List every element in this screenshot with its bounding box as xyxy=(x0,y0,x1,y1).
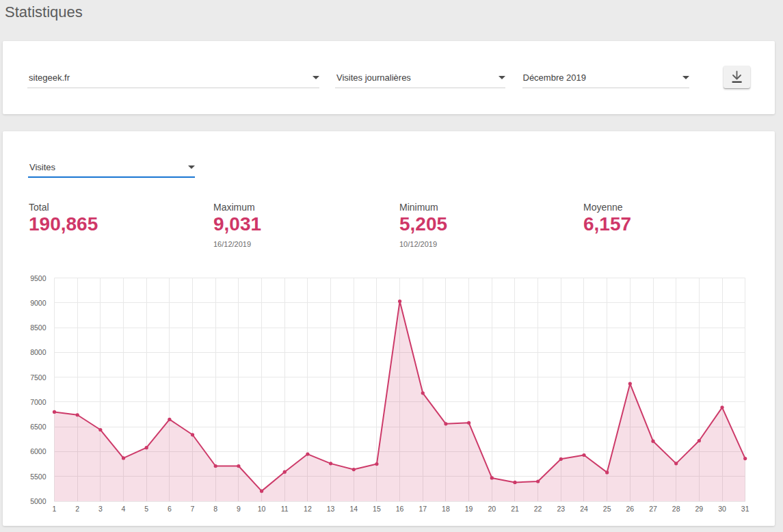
svg-text:6: 6 xyxy=(168,505,172,513)
svg-text:24: 24 xyxy=(580,505,588,513)
svg-text:8500: 8500 xyxy=(30,323,47,332)
svg-text:18: 18 xyxy=(442,505,450,513)
svg-text:12: 12 xyxy=(304,505,312,513)
svg-text:25: 25 xyxy=(603,505,611,513)
svg-text:8000: 8000 xyxy=(30,348,47,356)
svg-text:2: 2 xyxy=(75,505,79,513)
svg-text:5000: 5000 xyxy=(30,497,47,505)
svg-text:13: 13 xyxy=(327,505,335,513)
svg-text:11: 11 xyxy=(281,505,289,513)
svg-text:23: 23 xyxy=(557,505,565,513)
svg-text:10: 10 xyxy=(258,505,266,513)
svg-text:3: 3 xyxy=(98,505,103,513)
svg-text:8: 8 xyxy=(213,505,217,513)
svg-text:29: 29 xyxy=(695,505,704,513)
svg-text:28: 28 xyxy=(672,505,680,513)
svg-text:6500: 6500 xyxy=(30,423,47,431)
svg-text:27: 27 xyxy=(649,505,657,513)
svg-text:26: 26 xyxy=(626,505,634,513)
svg-text:9500: 9500 xyxy=(30,274,47,282)
svg-text:21: 21 xyxy=(511,505,519,513)
svg-text:7: 7 xyxy=(191,505,195,513)
svg-text:7500: 7500 xyxy=(30,373,47,382)
svg-text:14: 14 xyxy=(349,505,358,513)
svg-text:1: 1 xyxy=(53,505,57,513)
svg-text:4: 4 xyxy=(122,505,126,513)
svg-text:5: 5 xyxy=(144,505,148,513)
svg-text:20: 20 xyxy=(488,505,496,513)
svg-text:9000: 9000 xyxy=(30,299,47,307)
svg-text:17: 17 xyxy=(419,505,427,513)
svg-text:19: 19 xyxy=(465,505,473,513)
svg-text:30: 30 xyxy=(718,505,726,513)
svg-text:16: 16 xyxy=(396,505,404,513)
svg-text:22: 22 xyxy=(534,505,542,513)
svg-text:5500: 5500 xyxy=(30,473,47,481)
svg-text:15: 15 xyxy=(373,505,381,513)
svg-text:31: 31 xyxy=(741,505,749,513)
svg-text:6000: 6000 xyxy=(30,447,47,455)
svg-text:7000: 7000 xyxy=(30,398,47,406)
svg-text:9: 9 xyxy=(237,505,241,513)
